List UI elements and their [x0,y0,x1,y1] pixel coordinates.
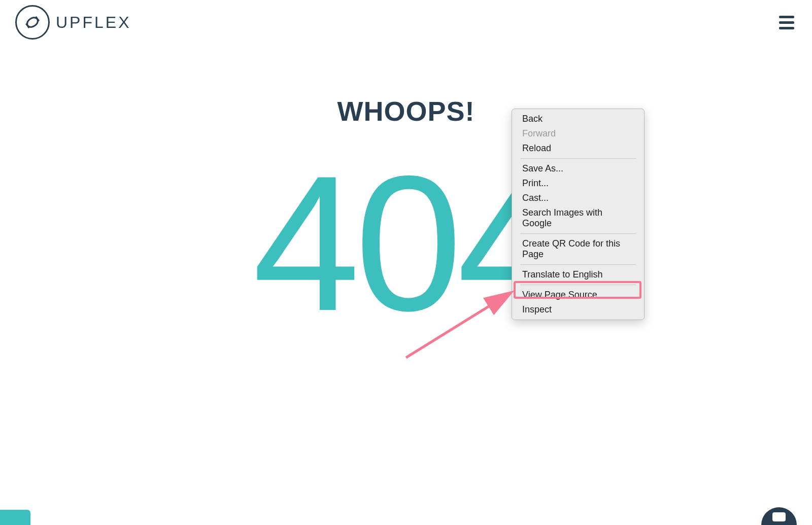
menu-item-print[interactable]: Print... [512,176,644,191]
menu-divider [520,285,636,285]
chat-icon [772,512,786,521]
browser-context-menu: Back Forward Reload Save As... Print... … [512,109,645,320]
menu-item-qr-code[interactable]: Create QR Code for this Page [512,236,644,262]
menu-divider [520,158,636,159]
bottom-left-tab[interactable] [0,510,30,525]
hamburger-menu-button[interactable] [776,13,797,32]
menu-divider [520,264,636,265]
error-code-404: 404 [0,147,812,340]
brand-logo[interactable]: UPFLEX [15,5,131,40]
error-heading: WHOOPS! [0,95,812,127]
menu-item-translate[interactable]: Translate to English [512,267,644,282]
menu-item-save-as[interactable]: Save As... [512,161,644,176]
menu-item-search-images[interactable]: Search Images with Google [512,205,644,231]
menu-item-forward: Forward [512,126,644,141]
page-header: UPFLEX [0,0,812,45]
hamburger-bar-icon [779,27,794,29]
menu-divider [520,233,636,234]
brand-name: UPFLEX [56,13,131,32]
menu-item-cast[interactable]: Cast... [512,191,644,205]
menu-item-back[interactable]: Back [512,112,644,126]
menu-item-inspect[interactable]: Inspect [512,302,644,317]
menu-item-view-source[interactable]: View Page Source [512,288,644,302]
chat-widget-button[interactable] [761,507,797,525]
main-content: WHOOPS! 404 [0,95,812,340]
upflex-logo-icon [15,5,50,40]
hamburger-bar-icon [779,16,794,18]
menu-item-reload[interactable]: Reload [512,141,644,156]
hamburger-bar-icon [779,21,794,24]
